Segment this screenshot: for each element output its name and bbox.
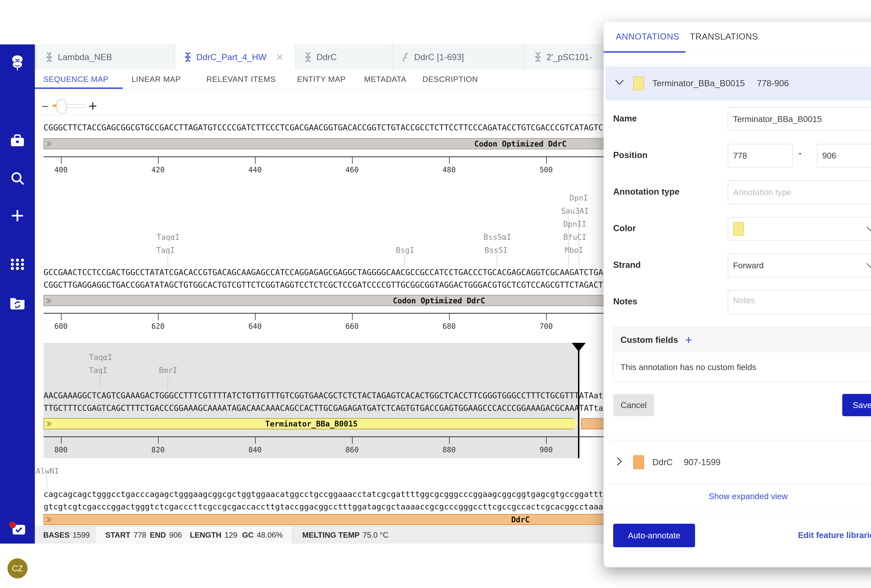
enzyme-label-bsssi[interactable]: BssSI [485,245,507,254]
apps-grid-icon[interactable] [0,258,35,271]
sequence-row4-top-strand[interactable]: cagcagcagctgggcctgacccagagctgggaagcggcgc… [43,489,604,499]
subtab-relevant-items[interactable]: RELEVANT ITEMS [207,70,275,89]
dna-icon [534,52,542,63]
color-swatch [733,222,744,236]
tab-ddrc-part-4-hw[interactable]: DdrC_Part_4_HW [175,45,295,70]
status-start: START778 [105,527,146,543]
close-icon[interactable] [276,54,283,61]
enzyme-label-dpnii[interactable]: DpnII [563,220,587,228]
sequence-row2-top-strand[interactable]: GCCGAACTCCTCCGACTGGCCTATATCGACACCGTGACAG… [43,267,604,278]
annotation-bar-label: Codon Optimized DdrC [393,296,485,305]
zoom-in-button[interactable]: + [88,99,97,112]
annotation-bar-terminator-row3[interactable]: Terminator_BBa_B0015 [43,418,579,429]
annotations-panel: ANNOTATIONS TRANSLATIONS Terminator_BBa_… [604,22,871,567]
tab-label: DdrC_Part_4_HW [196,52,266,62]
annotation-row-ddrc[interactable]: DdrC 907-1599 [605,445,871,479]
search-icon[interactable] [0,171,35,186]
position-separator: - [799,148,802,158]
annotation-bar-label: Terminator_BBa_B0015 [265,419,358,428]
enzyme-label-taqai[interactable]: TaqαI [157,233,180,241]
tasks-notification-icon[interactable] [0,521,35,537]
enzyme-label-bsgi[interactable]: BsgI [396,245,414,254]
edit-feature-libraries-link[interactable]: Edit feature libraries [771,530,871,540]
dna-icon [304,52,312,63]
color-select[interactable] [728,217,871,241]
enzyme-label-dpni[interactable]: DpnI [569,193,588,202]
custom-fields-header: Custom fields + [613,327,871,353]
annotation-range: 778-906 [757,78,789,88]
zoom-out-button[interactable]: − [42,101,49,112]
annotation-row-terminator[interactable]: Terminator_BBa_B0015 778-906 [605,66,871,100]
notes-field[interactable] [728,290,871,315]
enzyme-label-alwni[interactable]: AlwNI [36,467,59,476]
tab-lambda-neb[interactable]: Lambda_NEB [37,45,175,70]
dna-icon [45,52,53,63]
continuation-marker-icon [45,421,52,427]
annotation-name: Terminator_BBa_B0015 [653,78,745,88]
custom-fields-body: This annotation has no custom fields [613,353,871,382]
annotation-range: 907-1599 [684,457,720,467]
zoom-slider-knob[interactable] [56,99,67,114]
auto-annotate-button[interactable]: Auto-annotate [613,524,695,547]
strand-value: Forward [733,260,764,270]
enzyme-label-taqi[interactable]: TaqI [89,366,107,375]
subtab-sequence-map[interactable]: SEQUENCE MAP [43,70,109,89]
cancel-button[interactable]: Cancel [613,394,654,416]
add-custom-field-button[interactable]: + [685,333,692,347]
tab-ddrc-1-693[interactable]: DdrC [1-693] [393,45,525,70]
chevron-down-icon [866,263,871,268]
annotation-type-field[interactable] [728,181,871,204]
annotation-type-label: Annotation type [613,187,679,197]
status-bases: BASES1599 [43,527,90,543]
annotation-name: DdrC [653,457,673,467]
sequence-row3-bottom-strand[interactable]: TTGCTTTCCGAGTCAGCTTTCTGACCCGGAAAGCAAAATA… [43,403,604,413]
avatar[interactable]: CZ [0,558,35,578]
tab-label: DdrC [317,52,337,62]
enzyme-label-taqai[interactable]: TaqαI [89,353,112,362]
status-end: END906 [150,527,182,543]
subtab-metadata[interactable]: METADATA [364,70,406,89]
color-label: Color [613,223,636,233]
enzyme-label-bsssai[interactable]: BssSαI [483,233,511,241]
enzyme-label-mboi[interactable]: MboI [565,245,583,254]
tab-label: 2'_pSC101- [546,52,592,62]
enzyme-label-sau3ai[interactable]: Sau3AI [561,206,589,215]
selection-end-caret[interactable] [578,343,579,458]
create-plus-icon[interactable] [0,208,35,223]
enzyme-label-bmri[interactable]: BmrI [159,366,177,375]
sequence-row1-top-strand[interactable]: CGGGCTTCTACCGAGCGGCGTGCCGACCTTAGATGTCCCC… [43,122,604,133]
subtab-entity-map[interactable]: ENTITY MAP [297,70,346,89]
name-field[interactable] [728,107,871,131]
sequence-row2-bottom-strand[interactable]: CGGCTTGAGGAGGCTGACCGGATATAGCTGTGGCACTGTC… [43,280,604,290]
chevron-right-icon[interactable] [616,457,623,466]
sequence-row3-top-strand[interactable]: AACGAAAGGCTCAGTCGAAAGACTGGGCCTTTCGTTTTAT… [43,390,604,401]
enzyme-label-bfuci[interactable]: BfuCI [563,233,587,241]
custom-fields-title: Custom fields [621,335,678,345]
oligo-icon [401,52,410,63]
save-button[interactable]: Save [842,394,871,416]
active-subtab-indicator [35,87,123,89]
show-expanded-view-link[interactable]: Show expanded view [604,491,871,501]
folder-sync-icon[interactable] [0,296,35,310]
screenshot-root: { "sidebar": { "avatar": "CZ", "icons": … [0,0,871,588]
panel-tab-translations[interactable]: TRANSLATIONS [690,31,758,42]
enzyme-label-taqi[interactable]: TaqI [156,245,175,254]
chevron-down-icon[interactable] [615,79,624,86]
status-gc: GC48.06% [242,527,283,543]
subtab-description[interactable]: DESCRIPTION [422,70,478,89]
annotation-bar-label: DdrC [511,515,530,524]
tab-ddrc[interactable]: DdrC [295,45,393,70]
toolbox-icon[interactable] [0,134,35,148]
subtab-linear-map[interactable]: LINEAR MAP [132,70,181,89]
strand-select[interactable]: Forward [728,254,871,277]
position-end-field[interactable] [817,144,871,168]
tab-label: DdrC [1-693] [414,52,464,62]
benchling-logo-icon[interactable] [0,55,35,72]
strand-label: Strand [613,260,641,270]
panel-tab-annotations[interactable]: ANNOTATIONS [616,31,679,42]
sequence-row4-bottom-strand[interactable]: gtcgtcgtcgacccggactgggtctcgacccttcgccgcg… [43,501,604,512]
position-start-field[interactable] [728,144,793,168]
position-label: Position [613,150,648,160]
status-length: LENGTH129 [190,527,237,543]
left-sidebar: CZ [0,45,35,543]
